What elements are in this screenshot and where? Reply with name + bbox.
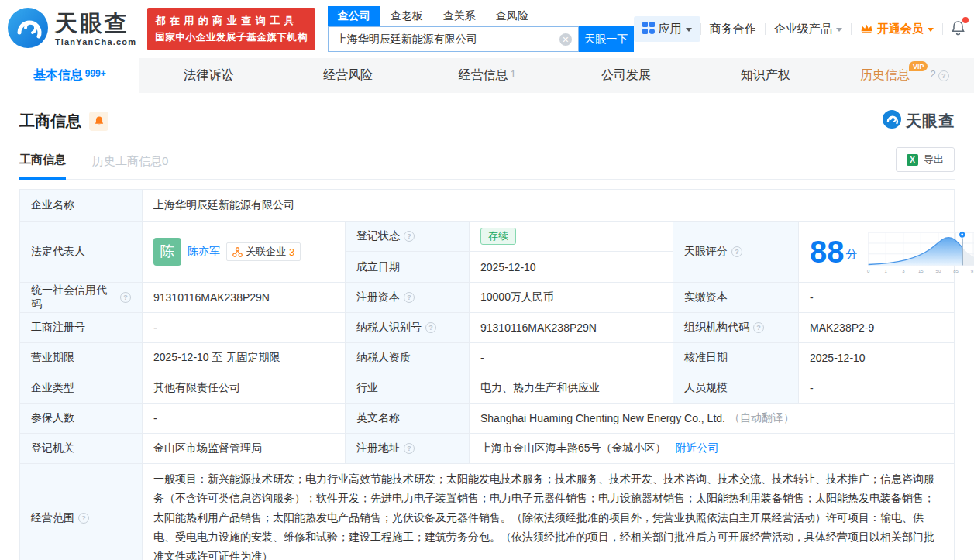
company-type-label: 企业类型 xyxy=(20,373,143,403)
svg-text:0: 0 xyxy=(867,269,870,273)
help-icon[interactable]: ? xyxy=(404,443,415,454)
tab-history-info[interactable]: 历史信息 VIP 2 ? xyxy=(835,58,974,93)
business-scope-value: 一般项目：新兴能源技术研发；电力行业高效节能技术研发；太阳能发电技术服务；技术服… xyxy=(143,464,954,560)
reg-status-label: 登记状态 ? xyxy=(346,222,470,252)
business-info-section: 工商信息 天眼查 工商信息 历史工商信息0 X 导出 xyxy=(0,93,974,560)
tab-legal-proceedings[interactable]: 法律诉讼 xyxy=(139,58,279,93)
help-icon[interactable]: ? xyxy=(120,292,131,303)
excel-icon: X xyxy=(907,154,918,166)
company-type-value: 其他有限责任公司 xyxy=(143,373,346,403)
search-tab-risk[interactable]: 查风险 xyxy=(486,6,539,26)
avatar[interactable]: 陈 xyxy=(153,238,181,266)
tianyancha-logo-icon xyxy=(883,110,901,132)
label-text: 纳税人识别号 xyxy=(356,321,422,335)
reg-address-cell: 上海市金山区海丰路65号（金城小区） 附近公司 xyxy=(470,434,954,463)
paid-capital-value: - xyxy=(799,283,954,312)
nearby-companies-link[interactable]: 附近公司 xyxy=(676,441,719,455)
staff-size-label: 人员规模 xyxy=(673,373,799,403)
label-text: 注册资本 xyxy=(356,290,400,304)
tab-basic-info[interactable]: 基本信息 999+ xyxy=(0,58,139,93)
taxpayer-id-value: 91310116MAK238P29N xyxy=(470,313,673,342)
monitor-bell-button[interactable] xyxy=(89,112,108,131)
tianyancha-logo[interactable]: 天眼查 TianYanCha.com xyxy=(8,8,136,51)
tab-count-badge: 999+ xyxy=(85,68,106,79)
tab-label: 经营风险 xyxy=(323,67,373,84)
org-chart-icon xyxy=(232,247,243,257)
label-text: 登记状态 xyxy=(356,229,400,243)
industry-label: 行业 xyxy=(346,373,470,403)
chart-x-axis-labels: 0 1 3 15 50 85 97 99 100 xyxy=(867,269,974,273)
table-row: 企业名称 上海华明辰廷新能源有限公司 xyxy=(20,190,954,221)
search-area: 查公司 查老板 查关系 查风险 ✕ 天眼一下 xyxy=(328,6,634,52)
search-button[interactable]: 天眼一下 xyxy=(579,26,634,52)
company-name-label: 企业名称 xyxy=(20,190,143,221)
chevron-down-icon xyxy=(928,28,934,32)
tab-label: 历史信息 xyxy=(860,67,910,84)
related-count: 3 xyxy=(289,246,294,258)
slogan-line1: 都在用的商业查询工具 xyxy=(155,14,308,28)
help-icon[interactable]: ? xyxy=(753,322,764,333)
nav-apps[interactable]: 应用 xyxy=(634,16,700,42)
label-text: 注册地址 xyxy=(356,441,400,455)
tianyancha-logo-icon xyxy=(8,8,48,51)
reg-number-label: 工商注册号 xyxy=(20,313,143,342)
help-icon[interactable]: ? xyxy=(938,70,949,81)
legal-rep-link[interactable]: 陈亦军 xyxy=(188,245,220,259)
subtab-current-business-info[interactable]: 工商信息 xyxy=(19,153,66,180)
credit-code-value: 91310116MAK238P29N xyxy=(143,283,346,312)
status-date-subgrid: 登记状态 ? 存续 成立日期 2025-12-10 xyxy=(346,222,673,282)
business-scope-label: 经营范围 ? xyxy=(20,464,143,560)
label-text: 组织机构代码 xyxy=(684,321,749,335)
clear-search-icon[interactable]: ✕ xyxy=(559,33,572,46)
tab-operating-info[interactable]: 经营信息 1 xyxy=(418,58,557,93)
tab-label: 法律诉讼 xyxy=(184,67,233,84)
apps-grid-icon xyxy=(642,22,655,36)
reg-capital-value: 10000万人民币 xyxy=(470,283,673,312)
subtab-history-business-info[interactable]: 历史工商信息0 xyxy=(92,154,168,179)
tab-count-badge: 1 xyxy=(510,68,515,80)
legal-rep-label: 法定代表人 xyxy=(20,222,143,282)
table-row: 参保人数 - 英文名称 Shanghai Huaming Chenting Ne… xyxy=(20,403,954,433)
tab-intellectual-property[interactable]: 知识产权 xyxy=(696,58,835,93)
tab-label: 公司发展 xyxy=(601,67,651,84)
related-companies-badge[interactable]: 关联企业 3 xyxy=(226,242,301,261)
search-tab-company[interactable]: 查公司 xyxy=(328,6,380,26)
credit-code-label: 统一社会信用代码 ? xyxy=(20,283,143,312)
approval-date-value: 2025-12-10 xyxy=(799,343,954,373)
label-text: 天眼评分 xyxy=(684,245,728,259)
help-icon[interactable]: ? xyxy=(78,513,89,524)
svg-text:97: 97 xyxy=(970,269,974,273)
reg-address-label: 注册地址 ? xyxy=(346,434,470,463)
help-icon[interactable]: ? xyxy=(425,322,436,333)
reg-status-cell: 存续 xyxy=(470,222,673,252)
export-label: 导出 xyxy=(924,153,944,167)
table-row: 经营范围 ? 一般项目：新兴能源技术研发；电力行业高效节能技术研发；太阳能发电技… xyxy=(20,463,954,560)
watermark-text: 天眼查 xyxy=(906,111,955,132)
business-info-table: 企业名称 上海华明辰廷新能源有限公司 法定代表人 陈 陈亦军 关联企业 3 xyxy=(19,189,955,560)
table-row: 统一社会信用代码 ? 91310116MAK238P29N 注册资本 ? 100… xyxy=(20,282,954,312)
search-input[interactable] xyxy=(328,26,579,52)
table-row: 营业期限 2025-12-10 至 无固定期限 纳税人资质 - 核准日期 202… xyxy=(20,342,954,373)
company-name-value: 上海华明辰廷新能源有限公司 xyxy=(143,190,954,221)
label-text: 统一社会信用代码 xyxy=(31,283,116,311)
tab-company-development[interactable]: 公司发展 xyxy=(556,58,696,93)
paid-capital-label: 实缴资本 xyxy=(673,283,799,312)
vip-badge: VIP xyxy=(909,61,928,71)
notifications-bell[interactable] xyxy=(943,20,973,38)
nav-apps-label: 应用 xyxy=(659,22,682,36)
export-button[interactable]: X 导出 xyxy=(896,147,955,172)
approval-date-label: 核准日期 xyxy=(673,343,799,373)
search-tab-boss[interactable]: 查老板 xyxy=(380,6,433,26)
auto-translate-note: （自动翻译） xyxy=(729,411,794,425)
nav-enterprise-products[interactable]: 企业级产品 xyxy=(766,22,851,36)
help-icon[interactable]: ? xyxy=(404,292,415,303)
help-icon[interactable]: ? xyxy=(404,231,415,242)
help-icon[interactable]: ? xyxy=(731,246,742,257)
score-label: 天眼评分 ? xyxy=(673,222,799,282)
search-tabs: 查公司 查老板 查关系 查风险 xyxy=(328,6,634,26)
nav-open-vip[interactable]: 开通会员 xyxy=(852,22,942,36)
nav-cooperation[interactable]: 商务合作 xyxy=(701,22,765,36)
tab-operating-risk[interactable]: 经营风险 xyxy=(278,58,418,93)
table-row: 登记机关 金山区市场监督管理局 注册地址 ? 上海市金山区海丰路65号（金城小区… xyxy=(20,433,954,463)
search-tab-relation[interactable]: 查关系 xyxy=(433,6,486,26)
